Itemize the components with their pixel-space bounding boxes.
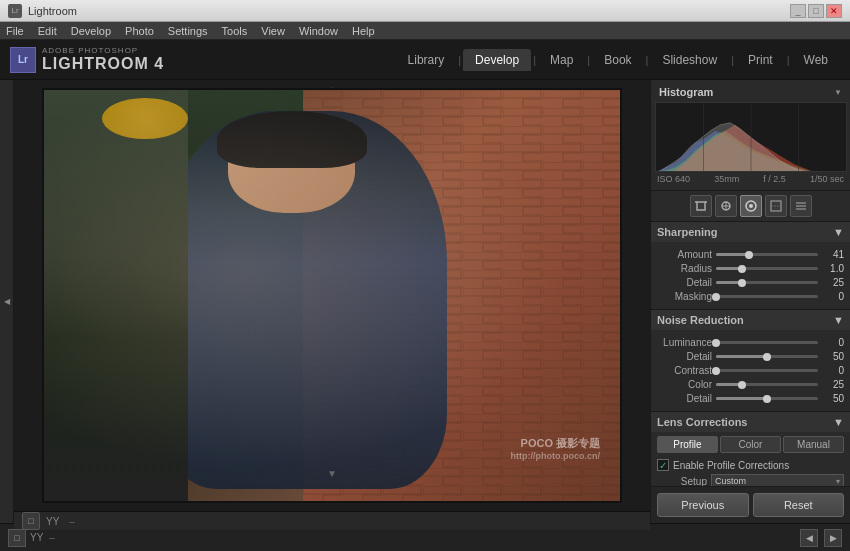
photo-container: ▲ — [14, 80, 650, 511]
tab-book[interactable]: Book — [592, 49, 643, 71]
histogram-arrow[interactable]: ▼ — [834, 88, 842, 97]
filmstrip-right: ◀ ▶ — [800, 529, 842, 547]
nr-color-detail-thumb[interactable] — [763, 395, 771, 403]
previous-button[interactable]: Previous — [657, 493, 749, 517]
maximize-btn[interactable]: □ — [808, 4, 824, 18]
masking-thumb[interactable] — [712, 293, 720, 301]
setup-select[interactable]: Custom ▾ — [711, 474, 844, 486]
amount-slider[interactable] — [716, 253, 818, 256]
menu-file[interactable]: File — [6, 25, 24, 37]
nr-color-detail-row: Detail 50 — [657, 393, 844, 404]
watermark-line2: http://photo.poco.cn/ — [511, 451, 600, 461]
scroll-down-icon[interactable]: ▼ — [327, 468, 337, 479]
setup-arrow: ▾ — [836, 477, 840, 486]
nr-color-detail-slider[interactable] — [716, 397, 818, 400]
left-panel[interactable]: ◀ — [0, 80, 14, 523]
nr-color-label: Color — [657, 379, 712, 390]
masking-slider[interactable] — [716, 295, 818, 298]
lens-tabs: Profile Color Manual — [657, 436, 844, 453]
panel-scroll[interactable]: Sharpening ▼ Amount 41 Ra — [651, 222, 850, 486]
radius-slider[interactable] — [716, 267, 818, 270]
nr-color-row: Color 25 — [657, 379, 844, 390]
menu-photo[interactable]: Photo — [125, 25, 154, 37]
luminance-thumb[interactable] — [712, 339, 720, 347]
main-area: ◀ ▲ — [0, 80, 850, 523]
minimize-btn[interactable]: _ — [790, 4, 806, 18]
tab-library[interactable]: Library — [396, 49, 457, 71]
nr-detail-slider[interactable] — [716, 355, 818, 358]
menu-tools[interactable]: Tools — [222, 25, 248, 37]
tool-crop[interactable] — [690, 195, 712, 217]
detail-thumb[interactable] — [738, 279, 746, 287]
tab-slideshow[interactable]: Slideshow — [650, 49, 729, 71]
watermark: POCO 摄影专题 http://photo.poco.cn/ — [511, 436, 600, 461]
detail-slider[interactable] — [716, 281, 818, 284]
noise-reduction-header[interactable]: Noise Reduction ▼ — [651, 310, 850, 330]
nr-contrast-slider[interactable] — [716, 369, 818, 372]
tool-detail[interactable] — [740, 195, 762, 217]
nr-detail-value: 50 — [822, 351, 844, 362]
tool-spot[interactable] — [715, 195, 737, 217]
lens-corrections-header[interactable]: Lens Corrections ▼ — [651, 412, 850, 432]
tab-develop[interactable]: Develop — [463, 49, 531, 71]
lens-tab-manual[interactable]: Manual — [783, 436, 844, 453]
lens-corrections-content: Profile Color Manual ✓ Enable Profile Co… — [651, 432, 850, 486]
menu-view[interactable]: View — [261, 25, 285, 37]
left-toggle-icon[interactable]: ◀ — [4, 297, 10, 306]
tool-gradient[interactable] — [765, 195, 787, 217]
close-btn[interactable]: ✕ — [826, 4, 842, 18]
filmstrip-view-btn[interactable]: □ — [8, 529, 26, 547]
sharpening-header[interactable]: Sharpening ▼ — [651, 222, 850, 242]
hist-shutter: 1/50 sec — [810, 174, 844, 184]
zoom-label: YY — [46, 516, 59, 527]
enable-profile-checkbox[interactable]: ✓ — [657, 459, 669, 471]
nr-contrast-value: 0 — [822, 365, 844, 376]
sharpening-masking-row: Masking 0 — [657, 291, 844, 302]
filmstrip-nav-prev[interactable]: ◀ — [800, 529, 818, 547]
histogram-title: Histogram — [659, 86, 713, 98]
lens-tab-color[interactable]: Color — [720, 436, 781, 453]
radius-label: Radius — [657, 263, 712, 274]
view-grid-btn[interactable]: □ — [22, 512, 40, 530]
luminance-slider[interactable] — [716, 341, 818, 344]
sharpening-amount-row: Amount 41 — [657, 249, 844, 260]
title-bar: Lr Lightroom _ □ ✕ — [0, 0, 850, 22]
luminance-label: Luminance — [657, 337, 712, 348]
nr-contrast-thumb[interactable] — [712, 367, 720, 375]
sharpening-detail-row: Detail 25 — [657, 277, 844, 288]
photo-background: POCO 摄影专题 http://photo.poco.cn/ — [44, 90, 620, 501]
nr-color-thumb[interactable] — [738, 381, 746, 389]
tool-radial[interactable] — [790, 195, 812, 217]
lr-badge: Lr — [10, 47, 36, 73]
window-title: Lightroom — [28, 5, 77, 17]
filmstrip-nav-next[interactable]: ▶ — [824, 529, 842, 547]
noise-reduction-arrow: ▼ — [833, 314, 844, 326]
hist-aperture: f / 2.5 — [763, 174, 786, 184]
tab-web[interactable]: Web — [792, 49, 840, 71]
amount-thumb[interactable] — [745, 251, 753, 259]
sharpening-title: Sharpening — [657, 226, 718, 238]
logo-area: Lr ADOBE PHOTOSHOP LIGHTROOM 4 — [10, 46, 164, 73]
sharpening-section: Sharpening ▼ Amount 41 Ra — [651, 222, 850, 310]
lens-tab-profile[interactable]: Profile — [657, 436, 718, 453]
menu-develop[interactable]: Develop — [71, 25, 111, 37]
sharpening-radius-row: Radius 1.0 — [657, 263, 844, 274]
nr-color-value: 25 — [822, 379, 844, 390]
lens-corrections-title: Lens Corrections — [657, 416, 747, 428]
lens-corrections-section: Lens Corrections ▼ Profile Color Manual … — [651, 412, 850, 486]
reset-button[interactable]: Reset — [753, 493, 845, 517]
bottom-buttons: Previous Reset — [651, 486, 850, 523]
nr-color-detail-fill — [716, 397, 767, 400]
menu-settings[interactable]: Settings — [168, 25, 208, 37]
photo-frame: POCO 摄影专题 http://photo.poco.cn/ — [42, 88, 622, 503]
noise-reduction-section: Noise Reduction ▼ Luminance 0 — [651, 310, 850, 412]
tab-print[interactable]: Print — [736, 49, 785, 71]
nr-color-slider[interactable] — [716, 383, 818, 386]
nr-detail-thumb[interactable] — [763, 353, 771, 361]
menu-help[interactable]: Help — [352, 25, 375, 37]
menu-edit[interactable]: Edit — [38, 25, 57, 37]
tab-map[interactable]: Map — [538, 49, 585, 71]
menu-window[interactable]: Window — [299, 25, 338, 37]
hist-focal: 35mm — [714, 174, 739, 184]
radius-thumb[interactable] — [738, 265, 746, 273]
